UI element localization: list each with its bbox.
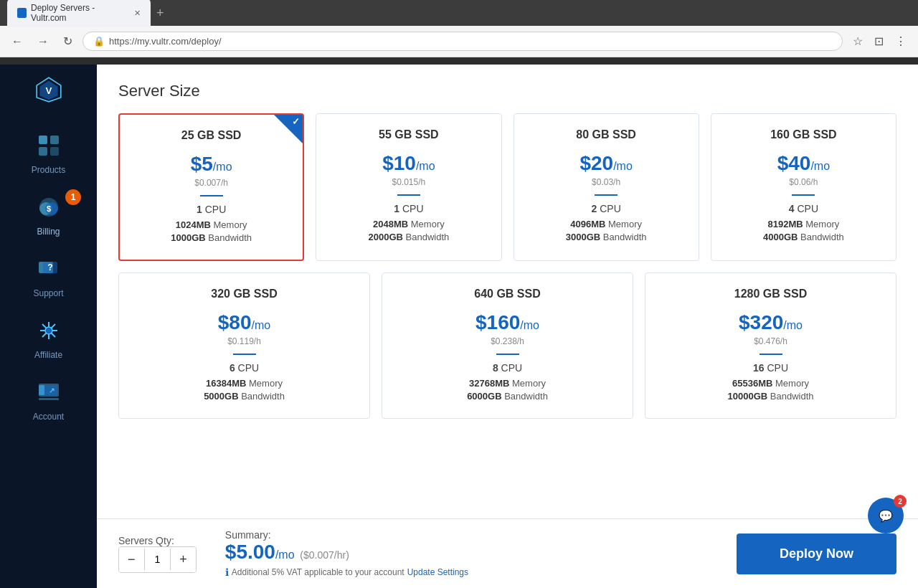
nav-actions: ☆ ⊡ ⋮ [848, 32, 911, 51]
billing-icon: $ [34, 192, 64, 222]
plan-memory: 2048MB Memory [328, 219, 489, 229]
qty-decrement-button[interactable]: − [119, 547, 144, 572]
main-content: Server Size 25 GB SSD $5/mo $0.007/h 1 C… [97, 65, 918, 588]
tab-title: Deploy Servers - Vultr.com [31, 3, 126, 23]
plan-card-640gb[interactable]: 640 GB SSD $160/mo $0.238/h 8 CPU 32768M… [382, 272, 633, 419]
plan-hourly: $0.238/h [394, 336, 621, 346]
browser-chrome: Deploy Servers - Vultr.com ✕ + ← → ↻ 🔒 h… [0, 0, 918, 65]
sidebar-item-affiliate[interactable]: Affiliate [0, 307, 97, 369]
tab-favicon [17, 8, 27, 18]
tab-close-button[interactable]: ✕ [134, 9, 141, 18]
reload-button[interactable]: ↻ [59, 32, 77, 51]
products-icon [34, 131, 64, 161]
plan-price: $20/mo [526, 148, 687, 174]
qty-increment-button[interactable]: + [171, 547, 196, 572]
plan-storage: 80 GB SSD [526, 128, 687, 141]
plan-card-320gb[interactable]: 320 GB SSD $80/mo $0.119/h 6 CPU 16384MB… [118, 272, 370, 419]
plan-dollar: $5 [191, 153, 213, 175]
extensions-button[interactable]: ⊡ [870, 32, 888, 51]
plan-hourly: $0.06/h [723, 177, 884, 187]
plan-dollar: $80 [218, 311, 252, 333]
plan-price: $320/mo [657, 308, 884, 333]
svg-rect-4 [50, 136, 59, 144]
pricing-grid-row2: 320 GB SSD $80/mo $0.119/h 6 CPU 16384MB… [118, 272, 896, 419]
lock-icon: 🔒 [93, 36, 105, 47]
browser-nav: ← → ↻ 🔒 https://my.vultr.com/deploy/ ☆ ⊡… [0, 26, 918, 57]
billing-badge: 1 [65, 189, 81, 205]
svg-rect-3 [39, 136, 47, 144]
plan-bandwidth: 3000GB Bandwidth [526, 232, 687, 242]
chat-button[interactable]: 💬 2 [868, 498, 904, 534]
qty-value: 1 [144, 549, 171, 570]
plan-price: $10/mo [328, 148, 489, 174]
plan-cpu: 1 CPU [328, 203, 489, 214]
plan-per: /mo [613, 160, 633, 172]
plan-per: /mo [416, 160, 435, 172]
sidebar-logo: V [31, 72, 67, 108]
back-button[interactable]: ← [7, 32, 27, 51]
plan-card-80gb[interactable]: 80 GB SSD $20/mo $0.03/h 2 CPU 4096MB Me… [514, 113, 699, 261]
plan-storage: 320 GB SSD [131, 288, 358, 300]
plan-storage: 160 GB SSD [723, 128, 884, 141]
chat-icon: 💬 [879, 509, 893, 523]
svg-rect-21 [39, 385, 44, 395]
plan-memory: 65536MB Memory [657, 378, 884, 389]
svg-rect-5 [39, 147, 47, 156]
sidebar-item-products[interactable]: Products [0, 122, 97, 184]
summary-price: $5.00/mo ($0.007/hr) [225, 541, 349, 563]
plan-storage: 640 GB SSD [394, 288, 621, 300]
plan-cpu: 8 CPU [394, 362, 621, 374]
plan-per: /mo [520, 319, 539, 331]
plan-card-25gb[interactable]: 25 GB SSD $5/mo $0.007/h 1 CPU 1024MB Me… [118, 113, 304, 261]
chat-badge: 2 [894, 495, 907, 508]
plan-per: /mo [252, 319, 271, 331]
plan-card-1280gb[interactable]: 1280 GB SSD $320/mo $0.476/h 16 CPU 6553… [645, 272, 896, 419]
forward-button[interactable]: → [33, 32, 53, 51]
plan-per: /mo [810, 160, 830, 172]
bookmark-button[interactable]: ☆ [848, 32, 867, 51]
address-bar[interactable]: 🔒 https://my.vultr.com/deploy/ [82, 32, 843, 51]
plan-price: $160/mo [394, 308, 621, 333]
plan-card-160gb[interactable]: 160 GB SSD $40/mo $0.06/h 4 CPU 8192MB M… [711, 113, 896, 261]
plan-memory: 4096MB Memory [526, 219, 687, 229]
affiliate-icon [34, 316, 64, 346]
footer-bar: Servers Qty: − 1 + Summary: $5.00/mo ($0… [97, 518, 918, 588]
summary-label: Summary: [225, 529, 468, 541]
plan-per: /mo [783, 319, 803, 331]
deploy-now-button[interactable]: Deploy Now [737, 534, 896, 574]
plan-dollar: $160 [475, 311, 520, 333]
plan-bandwidth: 5000GB Bandwidth [131, 391, 358, 402]
selected-corner [274, 115, 303, 143]
plan-price: $40/mo [723, 148, 884, 174]
plan-hourly: $0.119/h [131, 336, 358, 346]
plan-hourly: $0.015/h [328, 177, 489, 187]
sidebar-item-account[interactable]: ↗ Account [0, 369, 97, 430]
qty-section: Servers Qty: − 1 + [118, 535, 197, 573]
summary-section: Summary: $5.00/mo ($0.007/hr) ℹ Addition… [225, 529, 468, 578]
sidebar-item-billing[interactable]: $ 1 Billing [0, 184, 97, 245]
menu-button[interactable]: ⋮ [891, 32, 911, 51]
svg-text:?: ? [47, 262, 52, 272]
new-tab-button[interactable]: + [156, 6, 164, 21]
plan-dollar: $20 [579, 152, 613, 174]
vat-text: Additional 5% VAT applicable to your acc… [232, 567, 404, 577]
plan-cpu: 6 CPU [131, 362, 358, 374]
update-settings-link[interactable]: Update Settings [407, 567, 468, 577]
url-text: https://my.vultr.com/deploy/ [109, 36, 222, 47]
qty-control: − 1 + [118, 546, 197, 573]
affiliate-label: Affiliate [34, 350, 62, 360]
plan-card-55gb[interactable]: 55 GB SSD $10/mo $0.015/h 1 CPU 2048MB M… [316, 113, 501, 261]
plan-hourly: $0.007/h [131, 178, 291, 188]
account-icon: ↗ [34, 377, 64, 407]
plan-dollar: $10 [382, 152, 416, 174]
plan-bandwidth: 1000GB Bandwidth [131, 232, 291, 243]
plan-bandwidth: 4000GB Bandwidth [723, 232, 884, 242]
plan-price: $5/mo [131, 149, 291, 175]
plan-price: $80/mo [131, 308, 358, 333]
sidebar-item-support[interactable]: ? Support [0, 245, 97, 307]
plan-hourly: $0.03/h [526, 177, 687, 187]
support-label: Support [33, 288, 63, 298]
plan-bandwidth: 10000GB Bandwidth [657, 391, 884, 402]
browser-tab[interactable]: Deploy Servers - Vultr.com ✕ [7, 0, 151, 27]
plan-cpu: 2 CPU [526, 203, 687, 214]
